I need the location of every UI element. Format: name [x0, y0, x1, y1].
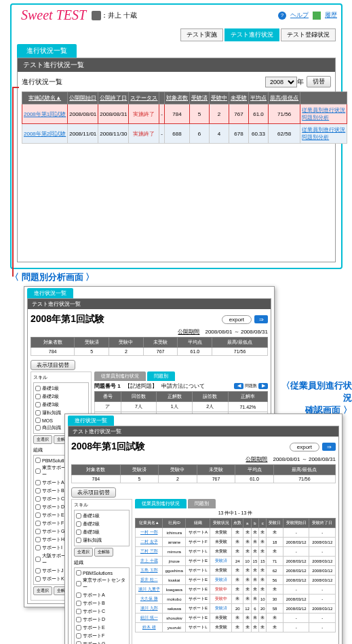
filter-item[interactable]: 運転知識: [76, 536, 128, 544]
toggle-button[interactable]: 表示項目切替: [71, 487, 116, 498]
col-hilow[interactable]: 最高/最低点: [269, 92, 300, 104]
filter-checkbox[interactable]: [76, 581, 81, 586]
filter-checkbox[interactable]: [35, 521, 41, 526]
filter-checkbox[interactable]: [35, 545, 41, 550]
year-select[interactable]: 2008: [265, 77, 297, 87]
col-status[interactable]: ステータス: [129, 92, 159, 104]
tab-register[interactable]: テスト登録状況: [281, 28, 336, 41]
select-all[interactable]: 全選択: [33, 586, 52, 595]
filter-item[interactable]: サポートF: [76, 632, 128, 640]
filter-checkbox[interactable]: [35, 410, 41, 416]
back-button[interactable]: ⇒: [322, 443, 336, 451]
analysis-link[interactable]: 問題別分析: [302, 134, 329, 140]
sub-tab[interactable]: 進行状況一覧: [27, 288, 73, 298]
filter-checkbox[interactable]: [76, 513, 81, 519]
emp-name-link[interactable]: 細川 慎一: [136, 613, 163, 623]
filter-item[interactable]: 基礎3級: [35, 401, 87, 409]
filter-checkbox[interactable]: [76, 521, 81, 527]
tab-progress[interactable]: テスト進行状況: [224, 28, 279, 41]
filter-checkbox[interactable]: [76, 625, 81, 630]
inner-tab-q[interactable]: 問題別: [147, 371, 175, 381]
filter-item[interactable]: 基礎3級: [76, 528, 128, 536]
emp-name-link[interactable]: 鈴木 雄: [136, 623, 163, 632]
filter-checkbox[interactable]: [35, 488, 41, 494]
col-doing[interactable]: 受験中: [210, 92, 229, 104]
filter-checkbox[interactable]: [76, 609, 81, 614]
emp-name-link[interactable]: 三村 三郎: [136, 547, 163, 557]
filter-item[interactable]: サポートA: [76, 591, 128, 599]
export-button[interactable]: export: [290, 443, 319, 451]
filter-item[interactable]: PBMSolutions: [76, 569, 128, 576]
prev-q[interactable]: ◀: [234, 383, 243, 389]
emp-name-link[interactable]: 瀬川 九重子: [136, 585, 163, 595]
inner-tab-emp[interactable]: 従業員別進行状況: [135, 499, 187, 508]
filter-checkbox[interactable]: [76, 617, 81, 622]
inner-tab-q[interactable]: 問題別: [188, 499, 216, 508]
filter-item[interactable]: サポートC: [76, 607, 128, 616]
filter-checkbox[interactable]: [76, 633, 81, 639]
inner-tab-emp[interactable]: 従業員別進行状況: [94, 371, 146, 381]
col-done[interactable]: 受験済: [190, 92, 210, 104]
sub-tab[interactable]: 進行状況一覧: [68, 416, 114, 426]
filter-checkbox[interactable]: [35, 568, 41, 573]
filter-checkbox[interactable]: [76, 538, 81, 543]
filter-checkbox[interactable]: [35, 458, 41, 463]
filter-checkbox[interactable]: [35, 537, 41, 542]
emp-name-link[interactable]: 二村 友子: [136, 538, 163, 547]
filter-checkbox[interactable]: [35, 386, 41, 391]
help-icon[interactable]: ?: [278, 12, 286, 20]
emp-name-link[interactable]: 瀬川 九郎: [136, 604, 163, 613]
filter-checkbox[interactable]: [35, 402, 41, 407]
toggle-button[interactable]: 表示項目切替: [31, 360, 75, 370]
filter-item[interactable]: 東京サポートセンター: [76, 576, 128, 591]
emp-name-link[interactable]: 大久保 勝: [136, 595, 163, 604]
filter-item[interactable]: 基礎1級: [35, 384, 87, 393]
filter-checkbox[interactable]: [76, 592, 81, 598]
col-start[interactable]: 公開開始日: [68, 92, 98, 104]
filter-checkbox[interactable]: [35, 480, 41, 485]
filter-checkbox[interactable]: [35, 425, 41, 430]
filter-item[interactable]: サポートB: [76, 599, 128, 607]
emp-name-link[interactable]: 井上 十蔵: [136, 557, 163, 566]
filter-checkbox[interactable]: [35, 529, 41, 534]
select-all[interactable]: 全選択: [33, 435, 52, 444]
filter-checkbox[interactable]: [35, 557, 41, 562]
excel-icon[interactable]: [313, 12, 321, 20]
filter-item[interactable]: 基礎1級: [76, 512, 128, 520]
filter-checkbox[interactable]: [35, 418, 41, 423]
tab-execute[interactable]: テスト実施: [180, 28, 223, 41]
filter-item[interactable]: 基礎2級: [76, 520, 128, 528]
filter-checkbox[interactable]: [76, 570, 81, 576]
filter-checkbox[interactable]: [35, 576, 41, 582]
col-not[interactable]: 未受験: [229, 92, 249, 104]
col-end[interactable]: 公開終了日: [98, 92, 129, 104]
emp-progress-link[interactable]: 従業員別進行状況: [302, 127, 345, 133]
col-name[interactable]: 実施試験名▲: [22, 92, 68, 104]
filter-checkbox[interactable]: [76, 641, 81, 644]
sub-tab-progress[interactable]: 進行状況一覧: [17, 44, 77, 58]
filter-item[interactable]: 基礎2級: [35, 393, 87, 401]
filter-item[interactable]: サポートE: [76, 624, 128, 632]
emp-name-link[interactable]: 五島 五郎: [136, 566, 163, 576]
emp-name-link[interactable]: 坂井 桂二: [136, 576, 163, 585]
switch-button[interactable]: 切替: [307, 76, 331, 87]
filter-checkbox[interactable]: [35, 468, 41, 474]
col-target[interactable]: 対象者数: [165, 92, 190, 104]
filter-checkbox[interactable]: [35, 504, 41, 510]
analysis-link[interactable]: 問題別分析: [302, 115, 329, 121]
test-name-link[interactable]: 2008年第1回試験: [22, 104, 68, 124]
emp-name-link[interactable]: 一村 一郎: [136, 528, 163, 538]
back-button[interactable]: ⇒: [254, 315, 268, 323]
test-name-link[interactable]: 2008年第2回試験: [22, 124, 68, 144]
help-link[interactable]: ヘルプ: [290, 11, 309, 20]
col-avg[interactable]: 平均点: [249, 92, 269, 104]
next-q[interactable]: ▶: [258, 383, 268, 389]
export-button[interactable]: export: [222, 315, 252, 324]
filter-item[interactable]: サポートD: [76, 616, 128, 624]
filter-checkbox[interactable]: [35, 394, 41, 399]
history-link[interactable]: 履歴: [325, 11, 337, 20]
filter-checkbox[interactable]: [76, 601, 81, 606]
filter-item[interactable]: サポートG: [76, 640, 128, 644]
filter-checkbox[interactable]: [35, 496, 41, 502]
filter-checkbox[interactable]: [76, 529, 81, 535]
